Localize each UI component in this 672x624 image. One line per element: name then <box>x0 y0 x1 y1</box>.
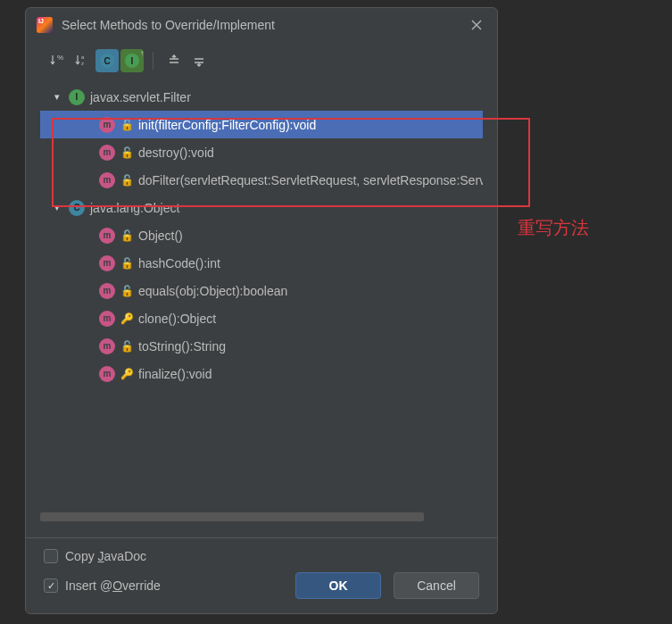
method-signature: Object() <box>138 229 183 243</box>
method-icon: m <box>99 311 115 327</box>
expand-all-button[interactable] <box>162 49 186 72</box>
method-tree[interactable]: ▾ I javax.servlet.Filter m 🔓 init(filter… <box>40 81 483 527</box>
method-signature: doFilter(servletRequest:ServletRequest, … <box>138 173 483 187</box>
method-icon: m <box>99 117 115 133</box>
annotation-label: 重写方法 <box>518 216 589 240</box>
tree-area: ▾ I javax.servlet.Filter m 🔓 init(filter… <box>40 81 483 537</box>
close-icon <box>470 19 483 31</box>
sort-alpha-button[interactable]: % <box>46 49 69 72</box>
checkbox-label: Insert @Override <box>65 578 161 593</box>
ok-button[interactable]: OK <box>295 572 381 599</box>
sort-visibility-button[interactable]: az <box>71 49 94 72</box>
svg-text:a: a <box>81 54 85 60</box>
tree-method-node[interactable]: m 🔓 equals(obj:Object):boolean <box>40 277 483 304</box>
tree-method-node[interactable]: m 🔓 hashCode():int <box>40 249 483 277</box>
method-signature: toString():String <box>138 339 226 354</box>
tree-method-node[interactable]: m 🔑 finalize():void <box>40 360 483 387</box>
override-dialog: Select Methods to Override/Implement % a… <box>25 7 498 614</box>
method-signature: clone():Object <box>138 312 216 326</box>
method-signature: equals(obj:Object):boolean <box>138 284 287 298</box>
checkbox-icon <box>44 578 58 593</box>
sort-alpha-icon: % <box>49 53 65 69</box>
insert-override-checkbox[interactable]: Insert @Override <box>44 578 161 593</box>
method-signature: hashCode():int <box>138 256 220 270</box>
interface-badge-icon: I↑ <box>125 54 139 68</box>
tree-method-node[interactable]: m 🔓 Object() <box>40 221 483 249</box>
show-interfaces-button[interactable]: I↑ <box>120 49 144 72</box>
interface-icon: I <box>69 89 85 105</box>
titlebar: Select Methods to Override/Implement <box>26 8 497 42</box>
svg-text:%: % <box>57 54 63 62</box>
toolbar: % az C I↑ <box>26 42 497 81</box>
bottom-panel: Copy JavaDoc Insert @Override OK Cancel <box>26 537 497 613</box>
class-label: java.lang.Object <box>90 201 179 215</box>
expand-all-icon <box>167 54 181 68</box>
tree-method-node[interactable]: m 🔓 doFilter(servletRequest:ServletReque… <box>40 166 483 194</box>
class-icon: C <box>69 200 85 216</box>
unlock-icon: 🔓 <box>120 174 133 187</box>
tree-method-node[interactable]: m 🔓 init(filterConfig:FilterConfig):void <box>40 111 483 138</box>
tree-method-node[interactable]: m 🔓 destroy():void <box>40 138 483 166</box>
tree-method-node[interactable]: m 🔓 toString():String <box>40 332 483 360</box>
svg-text:z: z <box>81 61 84 66</box>
lock-icon: 🔑 <box>120 312 133 325</box>
unlock-icon: 🔓 <box>120 119 133 131</box>
unlock-icon: 🔓 <box>120 229 133 242</box>
method-signature: destroy():void <box>138 146 214 160</box>
method-icon: m <box>99 255 115 271</box>
method-signature: init(filterConfig:FilterConfig):void <box>138 118 316 132</box>
close-button[interactable] <box>467 15 486 35</box>
chevron-down-icon[interactable]: ▾ <box>51 91 63 103</box>
tree-method-node[interactable]: m 🔑 clone():Object <box>40 304 483 332</box>
collapse-all-icon <box>192 54 206 68</box>
sort-visibility-icon: az <box>74 53 90 69</box>
tree-class-node[interactable]: ▾ C java.lang.Object <box>40 194 483 221</box>
lock-icon: 🔑 <box>120 368 133 380</box>
chevron-down-icon[interactable]: ▾ <box>51 202 63 213</box>
method-icon: m <box>99 366 115 382</box>
cancel-button[interactable]: Cancel <box>394 572 479 599</box>
show-classes-button[interactable]: C <box>95 49 119 72</box>
method-icon: m <box>99 283 115 299</box>
class-label: javax.servlet.Filter <box>90 90 191 104</box>
checkbox-icon <box>44 549 58 563</box>
unlock-icon: 🔓 <box>120 257 133 270</box>
copy-javadoc-checkbox[interactable]: Copy JavaDoc <box>44 549 479 563</box>
collapse-all-button[interactable] <box>187 49 211 72</box>
dialog-title: Select Methods to Override/Implement <box>62 18 458 32</box>
horizontal-scrollbar[interactable] <box>40 512 424 521</box>
method-icon: m <box>99 228 115 244</box>
method-icon: m <box>99 145 115 161</box>
class-badge-icon: C <box>100 54 114 68</box>
checkbox-label: Copy JavaDoc <box>65 549 146 563</box>
method-icon: m <box>99 338 115 354</box>
unlock-icon: 🔓 <box>120 340 133 353</box>
method-icon: m <box>99 172 115 188</box>
tree-class-node[interactable]: ▾ I javax.servlet.Filter <box>40 83 483 111</box>
unlock-icon: 🔓 <box>120 146 133 159</box>
intellij-icon <box>37 17 53 33</box>
toolbar-separator <box>153 52 153 70</box>
unlock-icon: 🔓 <box>120 285 133 297</box>
method-signature: finalize():void <box>138 367 212 381</box>
